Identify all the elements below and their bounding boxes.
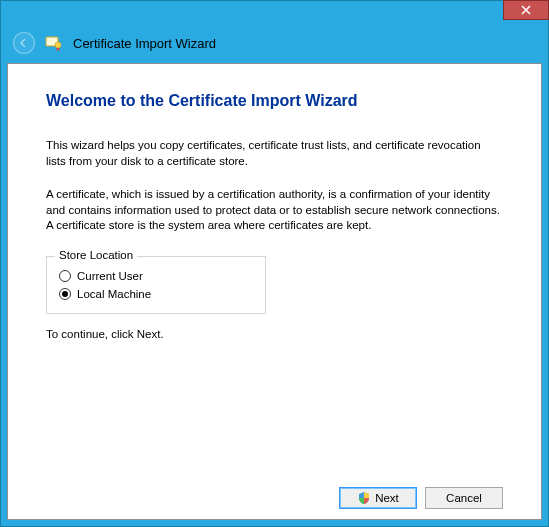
radio-label: Current User	[77, 270, 143, 282]
cancel-button[interactable]: Cancel	[425, 487, 503, 509]
radio-icon	[59, 288, 71, 300]
wizard-window: Certificate Import Wizard Welcome to the…	[0, 0, 549, 527]
wizard-title: Certificate Import Wizard	[73, 36, 216, 51]
next-button[interactable]: Next	[339, 487, 417, 509]
back-button[interactable]	[13, 32, 35, 54]
titlebar	[1, 1, 548, 23]
explanation-text: A certificate, which is issued by a cert…	[46, 187, 503, 234]
wizard-header: Certificate Import Wizard	[7, 23, 542, 63]
radio-current-user[interactable]: Current User	[59, 267, 253, 285]
radio-local-machine[interactable]: Local Machine	[59, 285, 253, 303]
radio-icon	[59, 270, 71, 282]
close-icon	[521, 5, 531, 15]
intro-text: This wizard helps you copy certificates,…	[46, 138, 503, 169]
svg-point-3	[55, 42, 61, 48]
wizard-content: Welcome to the Certificate Import Wizard…	[7, 63, 542, 520]
next-button-label: Next	[375, 492, 399, 504]
continue-hint: To continue, click Next.	[46, 328, 503, 340]
back-arrow-icon	[18, 37, 30, 49]
close-button[interactable]	[503, 0, 549, 20]
chrome-inner: Certificate Import Wizard Welcome to the…	[7, 23, 542, 520]
cancel-button-label: Cancel	[446, 492, 482, 504]
certificate-icon	[45, 34, 63, 52]
uac-shield-icon	[357, 491, 371, 505]
button-row: Next Cancel	[46, 479, 503, 509]
store-location-legend: Store Location	[55, 249, 137, 261]
store-location-group: Store Location Current User Local Machin…	[46, 256, 266, 314]
radio-label: Local Machine	[77, 288, 151, 300]
page-heading: Welcome to the Certificate Import Wizard	[46, 92, 503, 110]
